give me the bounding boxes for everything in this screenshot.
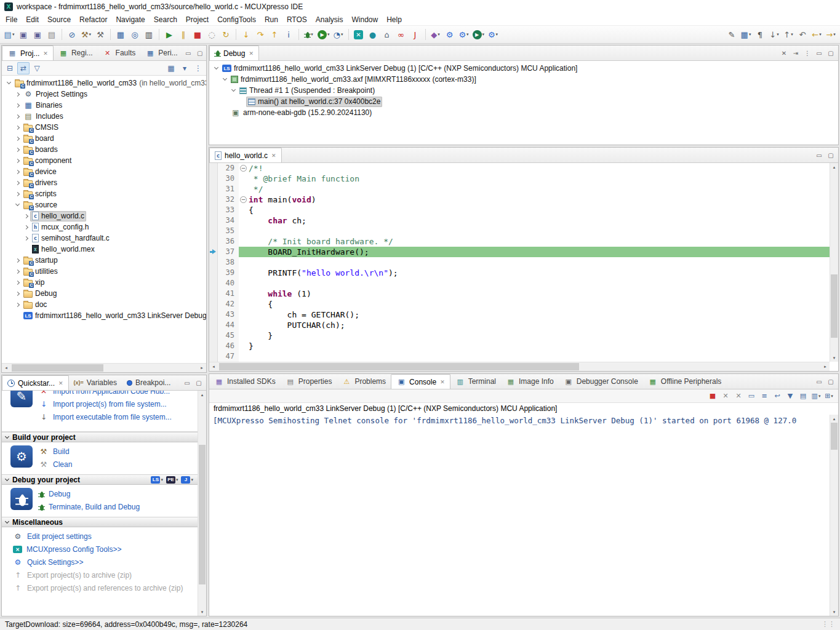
explorer-item-doc[interactable]: doc [2,299,206,310]
expanded-twistie-icon[interactable] [212,68,220,69]
save-icon[interactable]: ▣ [17,28,30,41]
editor-annotation-icon[interactable]: ✎ [725,28,738,41]
filter-icon[interactable]: ▽ [31,62,43,74]
editor-ruler[interactable] [209,215,218,226]
console-tab-installed-sdks[interactable]: ▦Installed SDKs [209,374,281,389]
quickstart-link-import-from-application-code-hub[interactable]: ✕Import from Application Code Hub... [39,391,172,397]
quickstart-link-export-project-s-and-references-to-archive-zip[interactable]: ↑Export project(s) and references to arc… [13,583,183,594]
run-icon[interactable]: ▶▾ [316,28,331,41]
vscroll-thumb[interactable] [831,423,838,450]
explorer-item-scripts[interactable]: scripts [2,188,206,199]
quickstart-tab-quickstar[interactable]: Quickstar...✕ [2,375,69,391]
menu-rtos[interactable]: RTOS [282,14,311,25]
link-with-editor-icon[interactable]: ⇄ [17,62,30,74]
collapsed-twistie-icon[interactable] [13,259,22,262]
vscroll-thumb[interactable] [199,445,206,584]
code-line-46[interactable]: 46} [209,341,830,351]
explorer-item-utilities[interactable]: utilities [2,266,206,277]
close-icon[interactable]: ✕ [440,379,445,385]
quickstart-link-import-executable-from-file-system[interactable]: ↓Import executable from file system... [39,412,172,423]
quickstart-link-quick-settings[interactable]: ⚙Quick Settings>> [13,557,183,568]
collapsed-twistie-icon[interactable] [22,237,30,240]
editor-ruler[interactable] [209,341,218,351]
project-explorer-hscrollbar[interactable]: ◂ ▸ [2,363,206,372]
skip-all-breakpoints-icon[interactable]: ⊘ [65,28,79,41]
explorer-item-device[interactable]: device [2,166,206,177]
open-terminal-icon[interactable]: ▥ [142,28,156,41]
editor-hscrollbar[interactable]: ◂ ▸ [209,362,830,371]
explorer-item-frdmimxrt1186-hello-world-cm33-linkserver-debug[interactable]: LSfrdmimxrt1186_hello_world_cm33 LinkSer… [2,310,206,321]
expanded-twistie-icon[interactable] [220,79,229,80]
quickstart-tab-breakpoi[interactable]: Breakpoi... [122,375,175,390]
config-tools-icon[interactable]: ✕ [352,28,366,41]
explorer-tab-regi[interactable]: ▦Regi... [54,46,98,60]
step-return-icon[interactable]: ↑ [268,28,281,41]
console-tab-console[interactable]: ▣Console✕ [391,374,450,389]
expanded-twistie-icon[interactable] [4,82,13,84]
console-output-area[interactable]: [MCUXpresso Semihosting Telnet console f… [209,415,838,616]
view-menu-icon[interactable]: ▾ [178,62,191,74]
collapse-all-icon[interactable]: ⊟ [4,62,16,74]
view-menu-icon[interactable]: ⋮ [802,47,813,58]
menu-edit[interactable]: Edit [22,14,43,25]
scroll-down-arrow-icon[interactable]: ▾ [830,354,838,362]
ide-settings-icon[interactable]: ⚙ [443,28,457,41]
scroll-up-arrow-icon[interactable]: ▴ [198,391,206,399]
scroll-left-arrow-icon[interactable]: ◂ [2,364,10,372]
collapsed-twistie-icon[interactable] [13,193,22,196]
menu-window[interactable]: Window [348,14,383,25]
collapsed-twistie-icon[interactable] [13,115,22,118]
new-c-project-icon[interactable]: ▦ [114,28,127,41]
menu-navigate[interactable]: Navigate [111,14,149,25]
menu-file[interactable]: File [1,14,22,25]
editor-ruler[interactable] [209,330,218,341]
editor-ruler[interactable] [209,194,218,205]
code-line-47[interactable]: 47 [209,351,830,362]
editor-ruler[interactable] [209,163,218,173]
disconnect-icon[interactable]: ◌ [205,28,218,41]
save-all-icon[interactable]: ▣ [31,28,44,41]
scroll-down-arrow-icon[interactable]: ▾ [198,608,206,616]
explorer-item-boards[interactable]: boards [2,144,206,155]
step-into-icon[interactable]: ↓ [239,28,253,41]
profile-icon[interactable]: ◔▾ [332,28,345,41]
minimize-icon[interactable]: ▭ [814,150,825,161]
scroll-up-arrow-icon[interactable]: ▴ [830,163,838,171]
collapsed-twistie-icon[interactable] [22,226,30,229]
editor-ruler[interactable] [209,289,218,299]
scroll-right-arrow-icon[interactable]: ▸ [821,362,830,371]
editor-ruler[interactable] [209,278,218,289]
forward-icon[interactable]: →▾ [824,28,838,41]
editor-ruler[interactable] [209,173,218,184]
scroll-lock-icon[interactable]: ≡ [758,390,770,402]
overflow-icon[interactable]: ⋮ [192,62,204,74]
console-tab-terminal[interactable]: ▥Terminal [450,374,501,389]
remove-launch-icon[interactable]: ✕ [719,390,732,402]
sdk-wizards-icon[interactable]: ⚙▾ [457,28,471,41]
menu-run[interactable]: Run [260,14,282,25]
maximize-icon[interactable]: ▢ [193,377,204,388]
remove-all-terminated-icon[interactable]: ✕ [778,47,790,58]
explorer-item-binaries[interactable]: ▦Binaries [2,100,206,111]
scroll-up-arrow-icon[interactable]: ▴ [830,415,838,423]
maximize-icon[interactable]: ▢ [194,47,206,58]
code-line-37[interactable]: 37 BOARD_InitHardware(); [209,247,830,257]
explorer-item-source[interactable]: source [2,199,206,210]
explorer-item-xip[interactable]: xip [2,277,206,288]
console-tab-debugger-console[interactable]: ▣Debugger Console [559,374,643,389]
console-tab-problems[interactable]: ⚠Problems [337,374,391,389]
debug-item-main-at-hello-world-c-37-0x400bc2e[interactable]: main() at hello_world.c:37 0x400bc2e [209,96,838,107]
code-line-32[interactable]: 32−int main(void) [209,194,830,205]
editor-ruler[interactable] [209,226,218,236]
code-line-30[interactable]: 30 * @brief Main function [209,173,830,184]
maximize-icon[interactable]: ▢ [825,376,836,387]
console-tab-image-info[interactable]: ▦Image Info [501,374,559,389]
new-wizard-icon[interactable]: ▤▾ [2,28,16,41]
print-icon[interactable]: ▤ [45,28,58,41]
quickstart-link-terminate-build-and-debug[interactable]: Terminate, Build and Debug [39,501,140,512]
code-line-35[interactable]: 35 [209,226,830,236]
menu-source[interactable]: Source [43,14,75,25]
collapsed-twistie-icon[interactable] [13,126,22,129]
scroll-right-arrow-icon[interactable]: ▸ [198,364,206,372]
word-wrap-icon[interactable]: ↩ [771,390,783,402]
